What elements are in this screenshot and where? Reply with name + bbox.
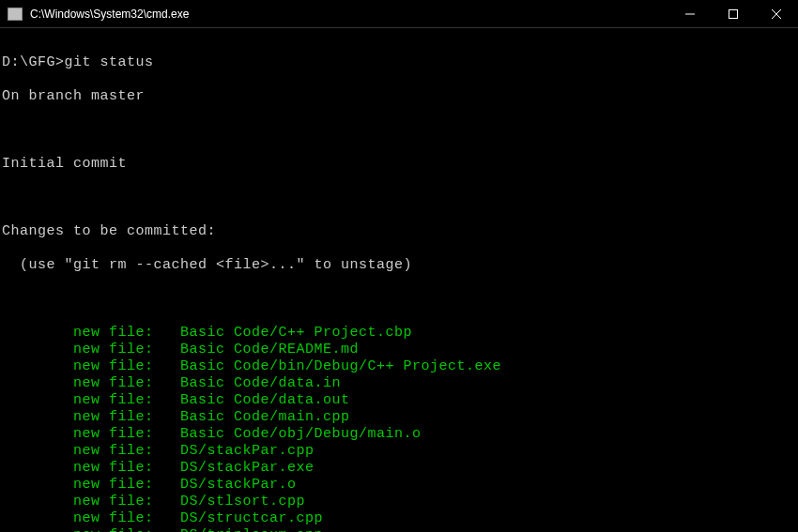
file-entry: new file: Basic Code/main.cpp [2, 409, 796, 426]
branch-info: On branch master [2, 88, 796, 105]
file-entry: new file: Basic Code/bin/Debug/C++ Proje… [2, 358, 796, 375]
window-controls [668, 0, 798, 27]
initial-commit: Initial commit [2, 156, 796, 173]
command-line: D:\GFG>git status [2, 54, 796, 71]
svg-rect-1 [729, 9, 738, 18]
file-entry: new file: DS/stackPar.o [2, 477, 796, 494]
file-entry: new file: DS/structcar.cpp [2, 510, 796, 527]
file-entry: new file: DS/stackPar.exe [2, 460, 796, 477]
terminal-output[interactable]: D:\GFG>git status On branch master Initi… [0, 28, 798, 532]
titlebar: C:\Windows\System32\cmd.exe [0, 0, 798, 28]
file-entry: new file: Basic Code/data.in [2, 375, 796, 392]
file-entry: new file: Basic Code/data.out [2, 392, 796, 409]
close-button[interactable] [755, 0, 798, 27]
file-list: new file: Basic Code/C++ Project.cbp new… [2, 325, 796, 532]
command-text: git status [65, 54, 154, 70]
minimize-button[interactable] [668, 0, 712, 27]
file-entry: new file: Basic Code/C++ Project.cbp [2, 325, 796, 342]
file-entry: new file: Basic Code/obj/Debug/main.o [2, 426, 796, 443]
blank-line [2, 291, 796, 308]
file-entry: new file: DS/stlsort.cpp [2, 494, 796, 510]
maximize-button[interactable] [712, 0, 755, 27]
file-entry: new file: DS/triplesum.cpp [2, 527, 796, 532]
cmd-icon [8, 8, 23, 21]
unstage-hint: (use "git rm --cached <file>..." to unst… [2, 257, 796, 274]
prompt: D:\GFG> [2, 54, 65, 70]
file-entry: new file: Basic Code/README.md [2, 342, 796, 358]
changes-header: Changes to be committed: [2, 223, 796, 240]
blank-line [2, 190, 796, 206]
blank-line [2, 122, 796, 139]
window-title: C:\Windows\System32\cmd.exe [30, 8, 668, 21]
file-entry: new file: DS/stackPar.cpp [2, 443, 796, 460]
